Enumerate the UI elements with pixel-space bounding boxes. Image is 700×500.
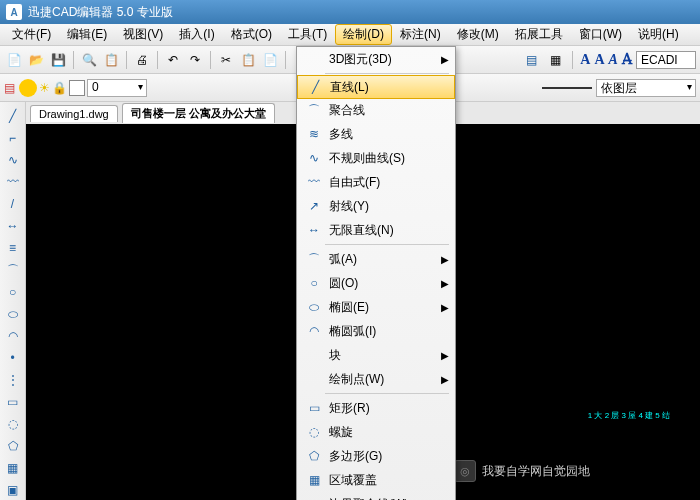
rect-tool-icon[interactable]: ▭ [3,392,23,412]
layers-icon[interactable]: ▤ [521,50,541,70]
layer-manager-icon[interactable]: ▤ [4,81,15,95]
bulb-icon[interactable] [19,79,37,97]
rect-icon: ▭ [303,401,325,415]
point-tool-icon[interactable]: • [3,348,23,368]
chevron-right-icon: ▶ [441,54,449,65]
copy-icon[interactable]: 📋 [238,50,258,70]
color-swatch[interactable] [69,80,85,96]
ray-icon: ↗ [303,199,325,213]
multiline-icon: ≋ [303,127,325,141]
menu-ellipse[interactable]: ⬭椭圆(E)▶ [297,295,455,319]
lock-icon[interactable]: 🔒 [52,81,67,95]
window-title: 迅捷CAD编辑器 5.0 专业版 [28,4,173,21]
polygon-icon: ⬠ [303,449,325,463]
ellipsearc-tool-icon[interactable]: ◠ [3,326,23,346]
spline-icon: ∿ [303,151,325,165]
menu-xline[interactable]: ↔无限直线(N) [297,218,455,242]
menu-3d[interactable]: 3D图元(3D)▶ [297,47,455,71]
point2-tool-icon[interactable]: ⋮ [3,370,23,390]
canvas-text: 1 大 2 层 3 屋 4 建 5 结 [588,411,670,420]
save-icon[interactable]: 💾 [48,50,68,70]
menu-draw[interactable]: 绘制(D) [335,24,392,45]
menu-help[interactable]: 说明(H) [630,24,687,45]
text-a4-icon[interactable]: A̶ [622,51,632,68]
draw-menu-dropdown: 3D图元(3D)▶ ╱直线(L) ⌒聚合线 ≋多线 ∿不规则曲线(S) 〰自由式… [296,46,456,500]
menu-window[interactable]: 窗口(W) [571,24,630,45]
menu-freehand[interactable]: 〰自由式(F) [297,170,455,194]
tab-floor[interactable]: 司售楼一层 公寓及办公大堂 [122,103,275,123]
menu-polygon[interactable]: ⬠多边形(G) [297,444,455,468]
sun-icon[interactable]: ☀ [39,81,50,95]
xline-icon: ↔ [303,223,325,237]
multiline-tool-icon[interactable]: ≡ [3,238,23,258]
ray-tool-icon[interactable]: / [3,194,23,214]
xline-tool-icon[interactable]: ↔ [3,216,23,236]
text-a2-icon[interactable]: A [594,52,604,68]
ellipse-tool-icon[interactable]: ⬭ [3,304,23,324]
spline-tool-icon[interactable]: ∿ [3,150,23,170]
menu-dimension[interactable]: 标注(N) [392,24,449,45]
draw-toolbar: ╱ ⌐ ∿ 〰 / ↔ ≡ ⌒ ○ ⬭ ◠ • ⋮ ▭ ◌ ⬠ ▦ ▣ [0,102,26,500]
boundary-tool-icon[interactable]: ▣ [3,480,23,500]
menu-edit[interactable]: 编辑(E) [59,24,115,45]
menu-format[interactable]: 格式(O) [223,24,280,45]
menu-extend[interactable]: 拓展工具 [507,24,571,45]
hatch-icon[interactable]: ▦ [545,50,565,70]
polygon-tool-icon[interactable]: ⬠ [3,436,23,456]
menu-polyline[interactable]: ⌒聚合线 [297,98,455,122]
wipeout-tool-icon[interactable]: ▦ [3,458,23,478]
spiral-icon: ◌ [303,425,325,439]
wipeout-icon: ▦ [303,473,325,487]
freehand-icon: 〰 [303,175,325,189]
menu-modify[interactable]: 修改(M) [449,24,507,45]
titlebar: A 迅捷CAD编辑器 5.0 专业版 [0,0,700,24]
preview-icon[interactable]: 🔍 [79,50,99,70]
arc-tool-icon[interactable]: ⌒ [3,260,23,280]
cut-icon[interactable]: ✂ [216,50,236,70]
watermark: ◎ 我要自学网自觉园地 [454,460,590,482]
menu-circle[interactable]: ○圆(O)▶ [297,271,455,295]
polyline-icon: ⌒ [303,102,325,119]
line-tool-icon[interactable]: ╱ [3,106,23,126]
menu-boundary[interactable]: ▣边界聚合线(W) [297,492,455,500]
linetype-preview [542,87,592,89]
undo-icon[interactable]: ↶ [163,50,183,70]
new-icon[interactable]: 📄 [4,50,24,70]
menu-spiral[interactable]: ◌螺旋 [297,420,455,444]
wechat-icon: ◎ [454,460,476,482]
menu-tools[interactable]: 工具(T) [280,24,335,45]
menu-ray[interactable]: ↗射线(Y) [297,194,455,218]
menu-multiline[interactable]: ≋多线 [297,122,455,146]
spiral-tool-icon[interactable]: ◌ [3,414,23,434]
menu-spline[interactable]: ∿不规则曲线(S) [297,146,455,170]
print-icon[interactable]: 🖨 [132,50,152,70]
redo-icon[interactable]: ↷ [185,50,205,70]
menu-insert[interactable]: 插入(I) [171,24,222,45]
circle-icon: ○ [303,276,325,290]
style-select[interactable]: ECADI [636,51,696,69]
text-a3-icon[interactable]: A [609,52,618,68]
line-icon: ╱ [304,80,326,94]
circle-tool-icon[interactable]: ○ [3,282,23,302]
app-logo-icon: A [6,4,22,20]
menu-line[interactable]: ╱直线(L) [297,75,455,99]
watermark-text: 我要自学网自觉园地 [482,463,590,480]
menu-point[interactable]: 绘制点(W)▶ [297,367,455,391]
layer-dropdown[interactable]: 0 [87,79,147,97]
menu-block[interactable]: 块▶ [297,343,455,367]
polyline-tool-icon[interactable]: ⌐ [3,128,23,148]
menu-arc[interactable]: ⌒弧(A)▶ [297,247,455,271]
open-icon[interactable]: 📂 [26,50,46,70]
doc-icon[interactable]: 📋 [101,50,121,70]
linetype-dropdown[interactable]: 依图层 [596,79,696,97]
paste-icon[interactable]: 📄 [260,50,280,70]
tab-drawing1[interactable]: Drawing1.dwg [30,105,118,122]
menu-ellipsearc[interactable]: ◠椭圆弧(I) [297,319,455,343]
text-a1-icon[interactable]: A [580,52,590,68]
menu-wipeout[interactable]: ▦区域覆盖 [297,468,455,492]
freehand-tool-icon[interactable]: 〰 [3,172,23,192]
menu-file[interactable]: 文件(F) [4,24,59,45]
menu-view[interactable]: 视图(V) [115,24,171,45]
ellipsearc-icon: ◠ [303,324,325,338]
menu-rect[interactable]: ▭矩形(R) [297,396,455,420]
